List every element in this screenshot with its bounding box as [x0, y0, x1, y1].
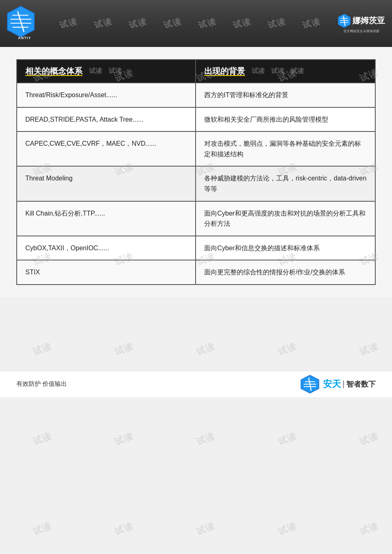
table-header-col2: 出现的背景 试读 试读 试读 — [196, 60, 375, 82]
watermark-15: 试读 — [31, 340, 53, 358]
table-cell-right-5: 面向Cyber和信息交换的描述和标准体系 — [196, 236, 375, 260]
table-cell-left-2: CAPEC,CWE,CVE,CVRF，MAEC，NVD...... — [17, 132, 196, 166]
table-cell-right-3: 各种威胁建模的方法论，工具，risk-centric，data-driven等等 — [196, 167, 375, 200]
watermark-24: 试读 — [358, 430, 380, 448]
brand-name: 娜姆茨亚 — [352, 15, 385, 26]
watermark-22: 试读 — [194, 430, 217, 448]
table-row: DREAD,STRIDE,PASTA, Attack Tree...... 微软… — [17, 107, 375, 131]
table-cell-right-2: 对攻击模式，脆弱点，漏洞等各种基础的安全元素的标定和描述结构 — [196, 132, 375, 166]
watermark-21: 试读 — [113, 430, 135, 448]
header-wm-8: 试读 — [301, 16, 321, 31]
footer-logo-icon — [300, 374, 320, 394]
watermark-29: 试读 — [358, 520, 380, 538]
footer-brand-sep: | — [343, 379, 345, 389]
table-cell-left-6: STIX — [17, 260, 196, 284]
table-cell-left-0: Threat/Risk/Exposure/Asset...... — [17, 83, 196, 107]
header-watermarks: 试读 试读 试读 试读 试读 试读 试读 试读 — [43, 18, 337, 29]
table-cell-right-6: 面向更完整的综合性的情报分析/作业/交换的体系 — [196, 260, 375, 284]
table-cell-right-4: 面向Cyber和更高强度的攻击和对抗的场景的分析工具和分析方法 — [196, 202, 375, 236]
footer-brand-antiy: 安天 — [323, 378, 341, 390]
col1-header-text: 相关的概念体系 — [25, 66, 82, 77]
col2-wm: 试读 — [252, 67, 265, 76]
header-wm-1: 试读 — [58, 16, 78, 31]
watermark-26: 试读 — [113, 520, 135, 538]
col1-wm: 试读 — [89, 67, 102, 76]
watermark-25: 试读 — [31, 520, 53, 538]
header-right-logo: 娜姆茨亚 安天网络安全令牌第四册 — [337, 8, 386, 39]
watermark-17: 试读 — [194, 340, 217, 358]
watermark-27: 试读 — [194, 520, 217, 538]
footer-left-text: 有效防护 价值输出 — [16, 380, 67, 388]
brand-sub: 安天网络安全令牌第四册 — [343, 29, 379, 33]
header-wm-6: 试读 — [232, 16, 252, 31]
table-row: STIX 面向更完整的综合性的情报分析/作业/交换的体系 — [17, 260, 375, 284]
logo-text: ANTIY — [18, 36, 31, 40]
col1-wm2: 试读 — [109, 67, 122, 76]
watermark-18: 试读 — [276, 340, 298, 358]
header-brand-top: 娜姆茨亚 — [338, 13, 385, 28]
header: ANTIY 试读 试读 试读 试读 试读 试读 试读 试读 娜姆茨亚 安天网络安… — [0, 0, 392, 47]
table-cell-right-0: 西方的IT管理和标准化的背景 — [196, 83, 375, 107]
table-row-threat-modeling: Threat Modeling 各种威胁建模的方法论，工具，risk-centr… — [17, 166, 375, 200]
table-cell-left-3: Threat Modeling — [17, 167, 196, 200]
logo-hexagon-icon — [6, 5, 36, 38]
col2-header-text: 出现的背景 — [204, 66, 245, 77]
table-row: Kill Chain,钻石分析,TTP...... 面向Cyber和更高强度的攻… — [17, 201, 375, 236]
table-row: CAPEC,CWE,CVE,CVRF，MAEC，NVD...... 对攻击模式，… — [17, 131, 375, 166]
watermark-16: 试读 — [113, 340, 135, 358]
footer-right: 安天 | 智者数下 — [300, 374, 376, 394]
watermark-20: 试读 — [31, 430, 53, 448]
col2-wm3: 试读 — [291, 67, 304, 76]
table-row: CybOX,TAXII，OpenIOC...... 面向Cyber和信息交换的描… — [17, 236, 375, 260]
watermark-28: 试读 — [276, 520, 298, 538]
table-cell-left-4: Kill Chain,钻石分析,TTP...... — [17, 202, 196, 236]
table-header-col1: 相关的概念体系 试读 试读 — [17, 60, 196, 82]
main-content: 相关的概念体系 试读 试读 出现的背景 试读 试读 试读 Threat/Risk… — [0, 47, 392, 297]
header-mini-logo-icon — [338, 13, 351, 28]
col2-wm2: 试读 — [271, 67, 284, 76]
watermark-19: 试读 — [358, 340, 380, 358]
table-cell-left-1: DREAD,STRIDE,PASTA, Attack Tree...... — [17, 108, 196, 131]
logo-container: ANTIY — [6, 5, 43, 42]
table-header-row: 相关的概念体系 试读 试读 出现的背景 试读 试读 试读 — [17, 60, 375, 82]
main-table: 相关的概念体系 试读 试读 出现的背景 试读 试读 试读 Threat/Risk… — [16, 59, 376, 285]
footer: 有效防护 价值输出 安天 | 智者数下 — [0, 371, 392, 397]
header-wm-7: 试读 — [267, 16, 287, 31]
footer-brand: 安天 | 智者数下 — [323, 378, 376, 390]
table-cell-right-1: 微软和相关安全厂商所推出的风险管理模型 — [196, 108, 375, 131]
footer-brand-slogan: 智者数下 — [346, 379, 376, 389]
header-wm-5: 试读 — [197, 16, 217, 31]
table-cell-left-5: CybOX,TAXII，OpenIOC...... — [17, 236, 196, 260]
watermark-23: 试读 — [276, 430, 298, 448]
header-wm-2: 试读 — [93, 16, 113, 31]
header-wm-4: 试读 — [163, 16, 183, 31]
table-row: Threat/Risk/Exposure/Asset...... 西方的IT管理… — [17, 82, 375, 107]
header-wm-3: 试读 — [128, 16, 148, 31]
